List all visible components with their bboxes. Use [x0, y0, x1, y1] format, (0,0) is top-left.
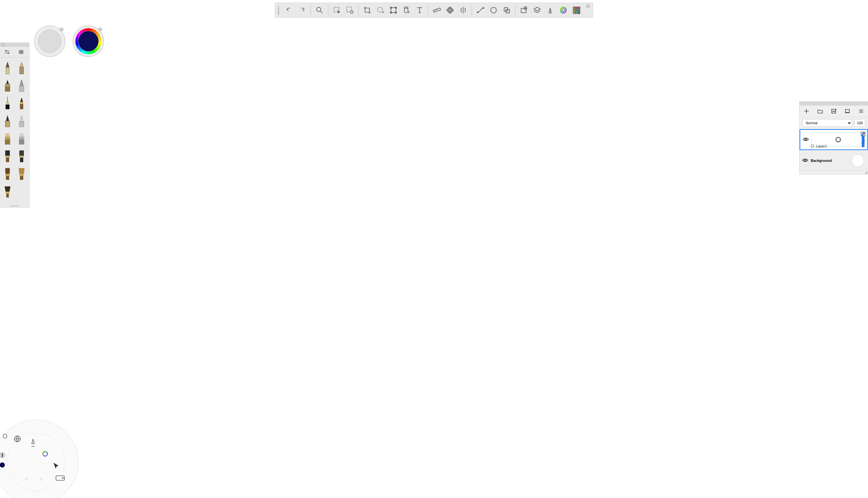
undo-button[interactable] [282, 4, 296, 17]
svg-rect-48 [5, 137, 10, 139]
brush-chisel[interactable] [2, 114, 13, 128]
fill-button[interactable] [400, 4, 413, 17]
brush-bristle-soft[interactable] [16, 167, 27, 181]
lagoon-cursor-icon[interactable] [52, 462, 60, 470]
svg-point-21 [560, 7, 566, 13]
brush-inking-pen[interactable] [2, 96, 13, 110]
symmetry-button[interactable] [457, 4, 470, 17]
ruler-button[interactable] [430, 4, 444, 17]
layer-item[interactable]: Background [800, 150, 868, 171]
layer-color-tag[interactable] [811, 145, 814, 148]
svg-rect-52 [19, 139, 24, 145]
svg-rect-11 [433, 8, 441, 12]
brush-palette-header[interactable] [0, 43, 29, 47]
brush-pencil-soft[interactable] [2, 61, 13, 75]
svg-rect-49 [5, 139, 10, 145]
zoom-button[interactable] [313, 4, 326, 17]
svg-point-10 [405, 7, 408, 8]
lagoon-refresh-icon[interactable] [1, 432, 9, 440]
ellipse-guide-button[interactable] [487, 4, 500, 17]
layers-panel-header[interactable] [800, 102, 868, 106]
brush-editor-button[interactable] [544, 4, 557, 17]
brush-tab-sliders[interactable] [2, 49, 12, 55]
bg-color-puck[interactable] [34, 26, 65, 57]
layer-visibility-toggle[interactable] [803, 137, 809, 143]
svg-point-70 [804, 159, 806, 161]
puck-close-dot[interactable] [60, 27, 64, 31]
svg-rect-31 [578, 12, 580, 13]
toolbar-grip[interactable] [277, 3, 281, 17]
layer-menu-button[interactable] [857, 108, 865, 114]
layer-add-button[interactable] [803, 108, 810, 114]
layer-thumbnail[interactable] [852, 154, 864, 167]
lagoon-brush-icon[interactable] [29, 439, 37, 447]
curve-guide-button[interactable] [474, 4, 487, 17]
brush-paint-flat[interactable] [2, 149, 13, 163]
brush-technical-pen[interactable] [2, 78, 13, 93]
layer-lock-icon[interactable] [861, 140, 865, 145]
puck-close-dot[interactable] [98, 27, 102, 31]
layer-background-button[interactable] [844, 108, 851, 114]
fg-color-puck[interactable] [73, 26, 104, 57]
svg-rect-5 [391, 8, 396, 12]
brush-palette-close-dot[interactable] [1, 43, 5, 47]
lagoon-redo-icon[interactable] [36, 475, 44, 483]
svg-point-4 [378, 7, 382, 12]
shape-guide-button[interactable] [500, 4, 513, 17]
brush-conte[interactable] [16, 78, 27, 93]
selection-rect-button[interactable] [330, 4, 343, 17]
svg-rect-23 [573, 7, 575, 9]
lagoon-globe-icon[interactable] [13, 435, 21, 443]
brush-tab-grid[interactable] [17, 49, 27, 55]
lagoon-color-swatch[interactable] [0, 461, 6, 469]
brush-airbrush[interactable] [16, 114, 27, 128]
brush-palette-resize-grip[interactable] [0, 204, 29, 207]
lagoon-color-wheel-icon[interactable] [41, 450, 49, 458]
toolbar-close-dot[interactable] [586, 4, 590, 8]
layer-image-button[interactable] [830, 108, 838, 114]
redo-button[interactable] [296, 4, 309, 17]
color-wheel-button[interactable] [557, 4, 570, 17]
layers-panel: Normal Layer1 Background [799, 101, 868, 175]
perspective-button[interactable] [444, 4, 457, 17]
layers-toggle-button[interactable] [531, 4, 544, 17]
svg-rect-57 [19, 156, 24, 158]
brush-marker-square[interactable] [2, 131, 13, 146]
layer-transparency-icon[interactable] [861, 132, 865, 137]
transform-button[interactable] [387, 4, 400, 17]
brush-round-brush[interactable] [16, 96, 27, 110]
svg-rect-76 [2, 454, 3, 457]
lagoon-undo-icon[interactable] [23, 475, 31, 483]
svg-rect-29 [573, 12, 575, 13]
brush-marker-round[interactable] [16, 131, 27, 146]
selection-clear-button[interactable] [343, 4, 356, 17]
crop-button[interactable] [361, 4, 374, 17]
brush-paint-round[interactable] [16, 149, 27, 163]
layer-item[interactable]: Layer1 [800, 129, 868, 150]
layer-opacity-input[interactable] [854, 119, 865, 127]
layer-visibility-toggle[interactable] [802, 158, 808, 163]
selection-add-button[interactable] [374, 4, 387, 17]
svg-rect-40 [5, 87, 10, 92]
lagoon-brush-swatch[interactable] [0, 451, 6, 459]
svg-rect-67 [845, 112, 849, 113]
lagoon-tablet-icon[interactable] [55, 474, 65, 482]
svg-point-0 [317, 7, 321, 11]
brush-pencil-hard[interactable] [16, 61, 27, 75]
brush-palette [0, 42, 29, 208]
svg-rect-35 [21, 50, 23, 52]
svg-rect-64 [6, 194, 9, 197]
svg-rect-56 [19, 150, 24, 156]
copic-library-button[interactable] [570, 4, 583, 17]
blend-mode-select[interactable]: Normal [802, 119, 852, 127]
top-toolbar [275, 3, 593, 18]
hue-ring[interactable] [75, 28, 101, 54]
svg-rect-36 [19, 52, 21, 54]
brush-smudge[interactable] [2, 184, 13, 199]
text-button[interactable] [413, 4, 426, 17]
layer-folder-button[interactable] [817, 108, 824, 114]
layers-panel-resize-grip[interactable] [800, 171, 868, 174]
timelapse-button[interactable] [518, 4, 531, 17]
brush-bristle-hard[interactable] [2, 167, 13, 181]
svg-rect-54 [5, 156, 10, 158]
